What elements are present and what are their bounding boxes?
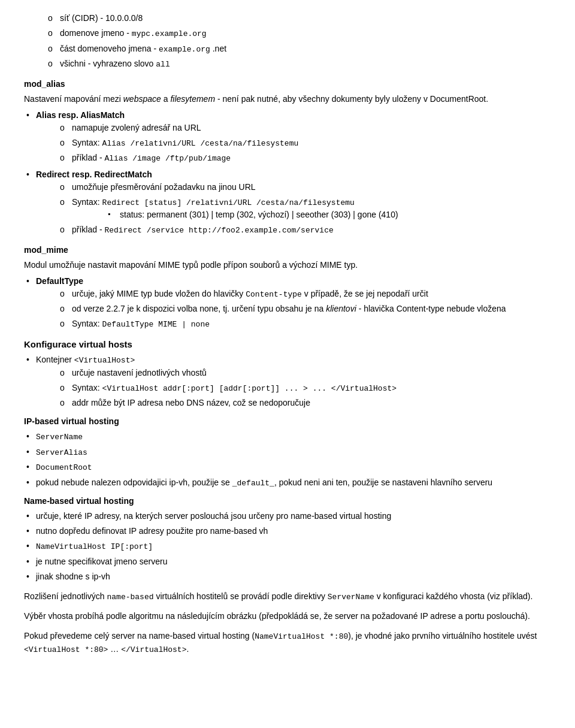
mod-alias-title: mod_alias — [24, 78, 551, 90]
main-content: síť (CIDR) - 10.0.0.0/8 domenove jmeno -… — [24, 12, 551, 655]
list-item: ServerAlias — [24, 446, 551, 459]
alias-resp-item: Alias resp. AliasMatch namapuje zvolený … — [24, 109, 551, 165]
intro-item-1: domenove jmeno - mypc.example.org — [60, 28, 207, 38]
rozliseni-section: Rozlišení jednotlivých name-based virtuá… — [24, 590, 551, 603]
list-item: ServerName — [24, 430, 551, 443]
vyber-text: Výběr vhosta probíhá podle algoritmu na … — [24, 610, 551, 623]
virtual-hosts-title: Konfigurace virtual hosts — [24, 338, 551, 352]
list-item: Syntax: Alias /relativni/URL /cesta/na/f… — [60, 137, 551, 150]
virtual-hosts-section: Konfigurace virtual hosts Kontejner <Vir… — [24, 338, 551, 583]
redirect-resp-item: Redirect resp. RedirectMatch umožňuje př… — [24, 168, 551, 237]
list-item: Syntax: DefaultType MIME | none — [60, 318, 551, 331]
list-item: určuje nastavení jednotlivých vhostů — [60, 367, 551, 379]
name-based-title: Name-based virtual hosting — [24, 495, 551, 508]
list-item: od verze 2.2.7 je k dispozici volba none… — [60, 303, 551, 315]
list-item: jinak shodne s ip-vh — [24, 570, 551, 583]
list-item: síť (CIDR) - 10.0.0.0/8 — [48, 12, 551, 25]
list-item: určuje, jaký MIME typ bude vložen do hla… — [60, 288, 551, 301]
list-item: všichni - vyhrazeno slovo all — [48, 58, 551, 71]
ip-based-title: IP-based virtual hosting — [24, 415, 551, 428]
intro-section: síť (CIDR) - 10.0.0.0/8 domenove jmeno -… — [24, 12, 551, 71]
redirect-resp-title: Redirect resp. RedirectMatch — [36, 170, 152, 179]
list-item: nutno dopředu definovat IP adresy použit… — [24, 525, 551, 537]
kontejner-label: Kontejner <VirtualHost> — [36, 355, 135, 364]
list-item: namapuje zvolený adresář na URL — [60, 122, 551, 134]
pokud-section: Pokud převedeme celý server na name-base… — [24, 630, 551, 655]
mod-mime-title: mod_mime — [24, 244, 551, 256]
default-type-title: DefaultType — [36, 276, 83, 286]
list-item: příklad - Alias /image /ftp/pub/image — [60, 152, 551, 165]
mod-alias-section: mod_alias Nastavení mapování mezi webspa… — [24, 78, 551, 237]
rozliseni-text: Rozlišení jednotlivých name-based virtuá… — [24, 590, 551, 603]
mod-mime-desc: Modul umožňuje nastavit mapování MIME ty… — [24, 259, 551, 271]
list-item: NameVirtualHost IP[:port] — [24, 540, 551, 553]
name-based-subsection: Name-based virtual hosting určuje, které… — [24, 495, 551, 583]
kontejner-item: Kontejner <VirtualHost> určuje nastavení… — [24, 354, 551, 409]
list-item: je nutne specifikovat jmeno serveru — [24, 555, 551, 568]
list-item: umožňuje přesměrování požadavku na jinou… — [60, 181, 551, 194]
list-item: status: permanent (301) | temp (302, výc… — [108, 209, 551, 221]
list-item: Syntax: Redirect [status] /relativni/URL… — [60, 196, 551, 222]
list-item: Syntax: <VirtualHost addr[:port] [addr[:… — [60, 382, 551, 395]
intro-item-0: síť (CIDR) - 10.0.0.0/8 — [60, 13, 143, 23]
mod-alias-desc: Nastavení mapování mezi webspace a files… — [24, 93, 551, 105]
list-item: určuje, které IP adresy, na kterých serv… — [24, 510, 551, 522]
list-item: část domenoveho jmena - example.org .net — [48, 43, 551, 56]
ip-based-subsection: IP-based virtual hosting ServerName Serv… — [24, 415, 551, 489]
list-item: příklad - Redirect /service http://foo2.… — [60, 223, 551, 237]
list-item: addr může být IP adresa nebo DNS název, … — [60, 397, 551, 409]
list-item: pokud nebude nalezen odpovidajici ip-vh,… — [24, 476, 551, 490]
mod-mime-section: mod_mime Modul umožňuje nastavit mapován… — [24, 244, 551, 331]
list-item: DocumentRoot — [24, 461, 551, 474]
intro-item-2: část domenoveho jmena - example.org .net — [60, 44, 226, 53]
alias-resp-title: Alias resp. AliasMatch — [36, 110, 125, 120]
default-type-item: DefaultType určuje, jaký MIME typ bude v… — [24, 275, 551, 331]
intro-item-3: všichni - vyhrazeno slovo all — [60, 59, 170, 68]
pokud-text: Pokud převedeme celý server na name-base… — [24, 630, 551, 655]
list-item: domenove jmeno - mypc.example.org — [48, 27, 551, 40]
vyber-section: Výběr vhosta probíhá podle algoritmu na … — [24, 610, 551, 623]
